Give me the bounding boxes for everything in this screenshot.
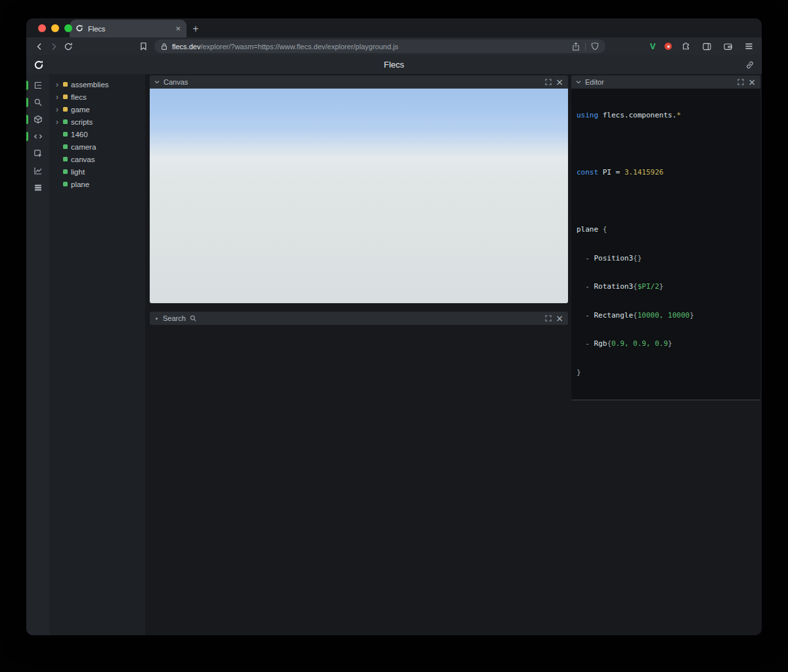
tree-item-light[interactable]: light [49,165,145,178]
entity-label: 1460 [71,131,88,138]
share-icon[interactable] [572,42,580,51]
editor-panel: Editor × using flecs.components.* const … [571,75,760,400]
close-icon[interactable]: × [748,77,756,87]
tree-item-canvas[interactable]: canvas [49,153,145,165]
expand-arrow-icon[interactable]: › [55,81,60,89]
entity-label: assemblies [71,81,109,89]
entity-color-square [63,107,68,112]
browser-tab[interactable]: Flecs × [70,20,186,37]
fullscreen-icon[interactable] [737,79,744,85]
code-line: - Rotation3{$PI/2} [577,282,760,292]
canvas-panel-title: Canvas [164,78,188,86]
entity-color-square [63,144,68,149]
canvas-3d-viewport[interactable] [150,89,568,303]
page-title: Flecs [26,60,762,70]
canvas-panel-header[interactable]: Canvas × [150,75,568,89]
brave-shield-icon[interactable] [591,42,599,51]
nav-inspector[interactable] [26,146,49,161]
tree-item-assemblies[interactable]: › assemblies [49,78,145,91]
side-panel-icon[interactable] [699,39,714,54]
code-icon [33,132,43,141]
extensions-puzzle-icon[interactable] [678,39,693,54]
back-button[interactable] [32,39,47,54]
editor-panel-header[interactable]: Editor × [571,75,760,89]
active-indicator [26,115,28,124]
urlbar-divider [585,43,586,51]
nav-stats[interactable] [26,163,49,178]
tree-item-flecs[interactable]: › flecs [49,91,145,103]
tree-item-1460[interactable]: 1460 [49,128,145,140]
close-window-button[interactable] [38,24,46,32]
code-line: const PI = 3.1415926 [577,168,760,178]
app-body: › assemblies › flecs › game › sc [26,74,762,635]
nav-entity-tree[interactable] [26,78,49,93]
nav-search[interactable] [26,95,49,110]
active-indicator [26,81,28,90]
menu-hamburger-icon[interactable] [741,39,756,54]
code-line [577,197,760,207]
fullscreen-icon[interactable] [545,79,552,85]
extension-v-icon[interactable]: V [647,41,658,51]
urlbar-actions [572,42,599,51]
chevron-down-icon[interactable] [154,80,160,84]
entity-tree-panel: › assemblies › flecs › game › sc [49,74,145,635]
code-line: using flecs.components.* [577,111,760,121]
lock-icon[interactable] [161,43,167,51]
nav-strip [26,74,49,635]
collapsed-bullet-icon[interactable] [156,318,158,320]
expand-arrow-icon[interactable]: › [55,93,60,101]
code-editor[interactable]: using flecs.components.* const PI = 3.14… [571,89,760,400]
minimize-window-button[interactable] [51,24,59,32]
maximize-window-button[interactable] [64,24,72,32]
close-icon[interactable]: × [556,77,563,87]
app-header: Flecs [26,55,762,74]
tree-item-scripts[interactable]: › scripts [49,116,145,128]
active-indicator [26,98,28,107]
tab-close-icon[interactable]: × [175,24,181,33]
url-path: /explorer/?wasm=https://www.flecs.dev/ex… [200,43,398,51]
nav-entities[interactable] [26,112,49,127]
tree-item-camera[interactable]: camera [49,140,145,153]
forward-button[interactable] [47,39,61,54]
close-icon[interactable]: × [556,314,563,323]
expand-arrow-icon[interactable]: › [55,118,60,126]
bookmark-icon[interactable] [136,39,150,54]
entity-label: camera [71,143,96,151]
entity-label: plane [71,180,89,188]
nav-queries[interactable] [26,180,49,195]
url-domain: flecs.dev [172,43,200,51]
cube-icon [33,115,43,124]
tree-item-plane[interactable]: plane [49,178,145,190]
extension-red-icon[interactable] [665,43,672,50]
entity-color-square [63,119,68,124]
hierarchy-icon [33,81,43,90]
browser-toolbar: flecs.dev/explorer/?wasm=https://www.fle… [26,37,762,55]
traffic-lights [38,24,72,32]
entity-color-square [63,157,68,161]
search-panel-header[interactable]: Search × [150,312,568,325]
code-line: - Position3{} [577,254,760,264]
screen-background: Flecs × + [0,0,788,672]
nav-code[interactable] [26,129,49,144]
url-text[interactable]: flecs.dev/explorer/?wasm=https://www.fle… [172,43,567,51]
wallet-icon[interactable] [720,39,735,54]
code-line: plane { [577,225,760,235]
fullscreen-icon[interactable] [545,315,552,322]
code-line: } [577,368,760,378]
search-panel-title: Search [163,314,186,322]
entity-color-square [63,132,68,136]
tab-title: Flecs [88,25,171,33]
new-tab-button[interactable]: + [186,20,205,37]
rows-icon [33,183,43,192]
expand-arrow-icon[interactable]: › [55,106,60,114]
code-line: - Rectangle{10000, 10000} [577,311,760,321]
reload-button[interactable] [61,39,76,54]
search-panel: Search × [150,312,568,325]
chevron-down-icon[interactable] [576,80,581,84]
entity-color-square [63,94,68,99]
url-bar[interactable]: flecs.dev/explorer/?wasm=https://www.fle… [154,39,605,53]
share-link-icon[interactable] [745,60,755,70]
entity-label: game [71,106,90,114]
tree-item-game[interactable]: › game [49,103,145,116]
main-content: Canvas × Search [145,74,571,635]
